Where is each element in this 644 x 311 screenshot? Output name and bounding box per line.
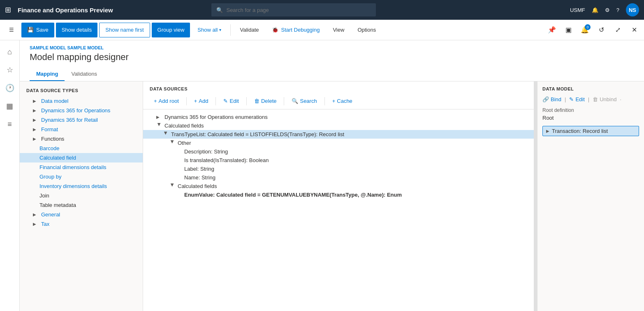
ds-item-other[interactable]: ▶ Other [143,139,534,147]
ds-item-calculated-fields-2[interactable]: ▶ Calculated fields [143,182,534,190]
hamburger-icon: ☰ [9,27,14,33]
options-label: Options [357,27,376,33]
sidebar-item-workspaces[interactable]: ▦ [2,98,18,114]
chevron-down-icon: ▶ [164,132,168,137]
edit-label: Edit [229,98,239,104]
dm-toolbar: 🔗 Bind | ✎ Edit | 🗑 Unbind · [542,96,639,102]
ds-tree: ▶ Dynamics 365 for Operations enumeratio… [143,109,534,202]
app-title: Finance and Operations Preview [18,7,113,14]
start-debugging-button[interactable]: 🐞 Start Debugging [266,23,325,37]
ds-item-is-translated[interactable]: Is translated(IsTranslated): Boolean [143,156,534,165]
tabs: Mapping Validations [30,67,634,81]
chevron-down-icon: ▶ [157,123,162,129]
ribbon-right: 📌 ▣ 🔔 0 ↺ ⤢ ✕ [545,23,641,37]
sidebar-item-dynamics365-ops[interactable]: ▶ Dynamics 365 for Operations [20,106,143,115]
sidebar-item-calculated-field[interactable]: Calculated field [20,153,143,162]
menu-toggle-button[interactable]: ☰ [3,23,20,37]
sidebar-item-inventory-dimensions[interactable]: Inventory dimensions details [20,181,143,191]
top-bar: ⊞ Finance and Operations Preview 🔍 USMF … [0,0,644,20]
ds-item-description[interactable]: Description: String [143,147,534,156]
search-input[interactable] [226,7,371,13]
refresh-icon[interactable]: ↺ [595,23,608,37]
settings-icon[interactable]: ⚙ [605,7,610,13]
show-name-first-button[interactable]: Show name first [99,23,150,37]
layout: ⌂ ☆ 🕐 ▦ ≡ SAMPLE MODEL SAMPLE MODEL Mode… [0,40,644,311]
show-details-label: Show details [62,27,92,33]
ds-item-transtype-list[interactable]: ▶ TransTypeList: Calculated field = LIST… [143,130,534,139]
unbind-button[interactable]: 🗑 Unbind [593,96,616,102]
sidebar-item-format[interactable]: ▶ Format [20,125,143,134]
ds-types-header: DATA SOURCE TYPES [20,85,143,96]
add-button[interactable]: + Add [190,96,213,106]
notifications-badge-button[interactable]: 🔔 0 [578,23,591,37]
ds-item-calculated-fields-1[interactable]: ▶ Calculated fields [143,121,534,130]
start-debugging-label: Start Debugging [281,27,320,33]
edit-icon: ✎ [569,96,574,102]
validate-label: Validate [240,27,259,33]
show-details-button[interactable]: Show details [56,23,98,37]
page-header: SAMPLE MODEL SAMPLE MODEL Model mapping … [20,40,644,81]
group-view-button[interactable]: Group view [152,23,190,37]
help-icon[interactable]: ? [616,7,619,13]
edit-button[interactable]: ✎ Edit [569,96,584,102]
ds-item-enumerations[interactable]: ▶ Dynamics 365 for Operations enumeratio… [143,113,534,121]
ds-item-enum-value[interactable]: EnumValue: Calculated field = GETENUMVAL… [143,190,534,199]
sidebar-item-group-by[interactable]: Group by [20,172,143,181]
layout-icon[interactable]: ▣ [562,23,575,37]
sidebar-item-favorites[interactable]: ☆ [2,62,18,78]
root-value: Root [542,115,639,121]
cache-button[interactable]: + Cache [328,96,357,106]
grid-icon[interactable]: ⊞ [5,5,11,14]
sidebar-item-tax[interactable]: ▶ Tax [20,219,143,229]
search-bar[interactable]: 🔍 [211,3,376,16]
sidebar-item-functions[interactable]: ▶ Functions [20,134,143,144]
sidebar-item-modules[interactable]: ≡ [2,116,18,132]
badge: 0 [585,24,591,30]
add-root-button[interactable]: + Add root [150,96,183,106]
delete-icon: 🗑 [254,98,259,104]
tab-validations[interactable]: Validations [65,67,104,81]
delete-button[interactable]: 🗑 Delete [250,96,281,106]
show-name-first-label: Show name first [105,27,144,33]
save-button[interactable]: 💾 Save [21,23,54,37]
tab-mapping[interactable]: Mapping [30,67,65,81]
dm-panel-title: DATA MODEL [542,86,639,91]
sidebar-item-financial-dimensions[interactable]: Financial dimensions details [20,162,143,172]
options-button[interactable]: Options [352,23,382,37]
avatar[interactable]: NS [626,3,639,16]
pin-icon[interactable]: 📌 [545,23,558,37]
view-button[interactable]: View [327,23,350,37]
bind-label: Bind [551,96,561,102]
sidebar-item-home[interactable]: ⌂ [2,44,18,60]
chevron-right-icon: ▶ [33,99,39,103]
sidebar-item-barcode[interactable]: Barcode [20,144,143,153]
search-icon: 🔍 [292,98,298,104]
dm-separator-3: · [620,96,621,102]
sidebar-item-join[interactable]: Join [20,191,143,200]
dm-transaction-item[interactable]: ▶ Transaction: Record list [542,126,639,136]
vertical-splitter[interactable] [534,81,537,311]
search-button[interactable]: 🔍 Search [287,96,321,106]
sidebar-item-dynamics365-retail[interactable]: ▶ Dynamics 365 for Retail [20,115,143,125]
bind-button[interactable]: 🔗 Bind [542,96,561,102]
popout-icon[interactable]: ⤢ [611,23,624,37]
root-definition-label: Root definition [542,107,639,113]
chevron-right-icon: ▶ [33,118,39,122]
notification-icon[interactable]: 🔔 [592,7,598,13]
ds-item-name[interactable]: Name: String [143,173,534,182]
dm-transaction-label: Transaction: Record list [552,128,608,134]
sidebar-item-table-metadata[interactable]: Table metadata [20,200,143,210]
add-icon: + [194,98,197,104]
show-all-button[interactable]: Show all ▾ [192,23,227,37]
sidebar-item-general[interactable]: ▶ General [20,210,143,219]
close-icon[interactable]: ✕ [628,23,641,37]
ribbon-separator-1 [230,24,231,36]
validate-button[interactable]: Validate [234,23,264,37]
ds-toolbar: + Add root + Add ✎ Edit 🗑 [143,95,534,109]
sidebar-item-data-model[interactable]: ▶ Data model [20,96,143,106]
sidebar-item-recent[interactable]: 🕐 [2,80,18,96]
edit-button[interactable]: ✎ Edit [219,96,243,106]
toolbar-sep-4 [284,97,284,105]
ds-item-label[interactable]: Label: String [143,165,534,173]
toolbar-sep-3 [246,97,247,105]
